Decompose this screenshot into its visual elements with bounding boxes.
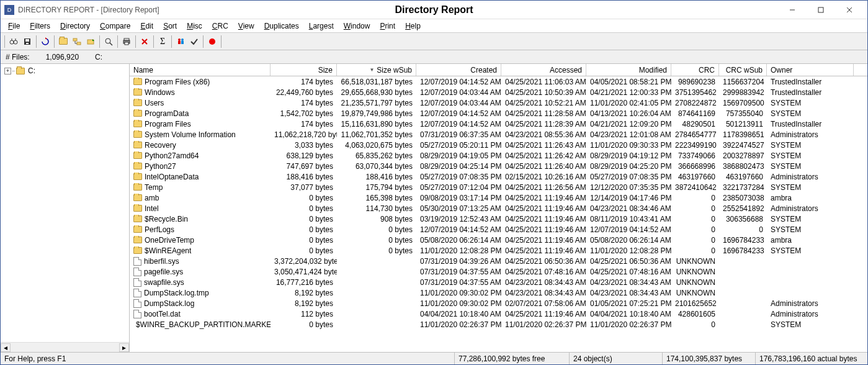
table-row[interactable]: hiberfil.sys3,372,204,032 bytes07/31/201… — [130, 256, 867, 266]
table-row[interactable]: IntelOptaneData188,416 bytes188,416 byte… — [130, 171, 867, 182]
menu-sort[interactable]: Sort — [158, 20, 182, 32]
menu-duplicates[interactable]: Duplicates — [259, 20, 304, 32]
table-row[interactable]: Python27amd64638,129 bytes65,835,262 byt… — [130, 150, 867, 161]
table-row[interactable]: Windows22,449,760 bytes29,655,668,930 by… — [130, 87, 867, 97]
cell-crcsub: 3868802473 — [719, 162, 767, 171]
refresh-icon[interactable] — [39, 35, 51, 48]
table-row[interactable]: $WinREAgent0 bytes0 bytes11/01/2020 12:0… — [130, 245, 867, 256]
column-header-owner[interactable]: Owner — [767, 64, 854, 76]
menu-crc[interactable]: CRC — [207, 20, 233, 32]
column-header-created[interactable]: Created — [416, 64, 501, 76]
column-header-accessed[interactable]: Accessed — [501, 64, 586, 76]
row-name-text: hiberfil.sys — [144, 257, 179, 266]
menu-directory[interactable]: Directory — [55, 20, 95, 32]
cell-created: 08/29/2019 04:19:05 PM — [416, 151, 501, 160]
svg-rect-1 — [818, 7, 823, 12]
tree-pane[interactable]: + C: ◂ ▸ — [1, 64, 130, 352]
folder-browse-icon[interactable] — [84, 35, 97, 48]
cell-name: Program Files (x86) — [130, 78, 271, 86]
table-row[interactable]: bootTel.dat112 bytes04/04/2021 10:18:40 … — [130, 309, 867, 319]
tree-horizontal-scrollbar[interactable]: ◂ ▸ — [1, 342, 129, 352]
menu-compare[interactable]: Compare — [95, 20, 135, 32]
cell-crc: 3872410642 — [671, 183, 719, 192]
column-header-modified[interactable]: Modified — [586, 64, 671, 76]
minimize-button[interactable] — [778, 1, 807, 19]
table-row[interactable]: Intel0 bytes114,730 bytes05/30/2019 07:1… — [130, 203, 867, 214]
cell-size: 0 bytes — [271, 246, 337, 255]
cell-crcsub: 2003278897 — [719, 151, 767, 160]
table-row[interactable]: amb0 bytes165,398 bytes09/08/2019 03:17:… — [130, 192, 867, 203]
menu-help[interactable]: Help — [400, 20, 426, 32]
scroll-right-icon[interactable]: ▸ — [119, 343, 129, 352]
table-row[interactable]: ProgramData1,542,702 bytes19,879,749,986… — [130, 108, 867, 119]
delete-icon[interactable] — [138, 35, 151, 48]
binoculars-icon[interactable] — [7, 35, 20, 48]
column-header-crc[interactable]: CRC — [671, 64, 719, 76]
table-row[interactable]: $WINRE_BACKUP_PARTITION.MARKER0 bytes11/… — [130, 319, 867, 330]
table-row[interactable]: System Volume Information11,062,218,720 … — [130, 129, 867, 140]
print-icon[interactable] — [120, 35, 133, 48]
cell-created: 12/07/2019 04:03:44 AM — [416, 99, 501, 107]
menu-file[interactable]: File — [3, 20, 25, 32]
save-icon[interactable] — [21, 35, 34, 48]
cell-name: pagefile.sys — [130, 268, 271, 276]
check-icon[interactable] — [188, 35, 200, 48]
menu-largest[interactable]: Largest — [304, 20, 339, 32]
table-row[interactable]: Program Files (x86)174 bytes66,518,031,1… — [130, 76, 867, 87]
cell-crcsub: 2552541892 — [719, 204, 767, 213]
expand-icon[interactable]: + — [4, 68, 11, 74]
cell-size: 638,129 bytes — [271, 151, 337, 160]
table-row[interactable]: Users174 bytes21,235,571,797 bytes12/07/… — [130, 97, 867, 108]
search-icon[interactable] — [102, 35, 115, 48]
table-row[interactable]: PerfLogs0 bytes0 bytes12/07/2019 04:14:5… — [130, 224, 867, 235]
row-name-text: amb — [145, 194, 159, 202]
menu-print[interactable]: Print — [375, 20, 400, 32]
cell-sizesub: 175,794 bytes — [337, 183, 416, 192]
menu-edit[interactable]: Edit — [135, 20, 158, 32]
row-name-text: bootTel.dat — [144, 310, 181, 318]
table-row[interactable]: pagefile.sys3,050,471,424 bytes07/31/201… — [130, 266, 867, 277]
column-header-name[interactable]: Name — [130, 64, 271, 76]
cell-modified: 04/23/2021 12:01:08 AM — [586, 130, 671, 139]
table-row[interactable]: Program Files174 bytes15,116,631,890 byt… — [130, 119, 867, 129]
folder-icon — [133, 205, 142, 212]
tree-root-node[interactable]: + C: — [4, 66, 125, 75]
duplicates-icon[interactable] — [174, 35, 187, 48]
cell-size: 0 bytes — [271, 225, 337, 234]
table-row[interactable]: DumpStack.log.tmp8,192 bytes11/01/2020 0… — [130, 287, 867, 298]
table-row[interactable]: Recovery3,033 bytes4,063,020,675 bytes05… — [130, 140, 867, 150]
scroll-left-icon[interactable]: ◂ — [1, 343, 11, 352]
table-row[interactable]: Temp37,077 bytes175,794 bytes05/27/2019 … — [130, 182, 867, 192]
maximize-button[interactable] — [807, 1, 835, 19]
sigma-icon[interactable]: Σ — [156, 35, 169, 48]
svg-rect-10 — [26, 43, 29, 44]
column-header-size-wsub[interactable]: ▼Size wSub — [337, 64, 416, 76]
record-icon[interactable] — [206, 35, 218, 48]
table-row[interactable]: OneDriveTemp0 bytes0 bytes05/08/2020 06:… — [130, 235, 867, 245]
list-body[interactable]: Program Files (x86)174 bytes66,518,031,1… — [130, 76, 867, 352]
cell-crcsub: 1696784233 — [719, 246, 767, 255]
cell-owner: ambra — [767, 194, 854, 202]
column-header-size[interactable]: Size — [271, 64, 337, 76]
cell-created: 12/07/2019 04:14:52 AM — [416, 109, 501, 118]
table-row[interactable]: $Recycle.Bin0 bytes908 bytes03/19/2019 1… — [130, 214, 867, 224]
cell-crc: 48290501 — [671, 120, 719, 128]
svg-point-27 — [181, 38, 184, 41]
table-row[interactable]: Python27747,697 bytes63,070,344 bytes08/… — [130, 161, 867, 171]
folder-open-icon[interactable] — [57, 35, 69, 48]
menu-view[interactable]: View — [233, 20, 259, 32]
cell-size: 1,542,702 bytes — [271, 109, 337, 118]
close-button[interactable] — [835, 1, 864, 19]
table-row[interactable]: DumpStack.log8,192 bytes11/01/2020 09:30… — [130, 298, 867, 309]
menu-filters[interactable]: Filters — [25, 20, 55, 32]
table-row[interactable]: swapfile.sys16,777,216 bytes07/31/2019 0… — [130, 277, 867, 287]
menu-misc[interactable]: Misc — [182, 20, 207, 32]
column-header-crc-wsub[interactable]: CRC wSub — [719, 64, 767, 76]
list-pane: NameSize▼Size wSubCreatedAccessedModifie… — [130, 64, 867, 352]
file-icon — [133, 257, 141, 266]
row-name-text: OneDriveTemp — [145, 236, 194, 245]
files-label: # Files: — [6, 53, 30, 61]
cell-crc: UNKNOWN — [671, 268, 719, 276]
folder-tree-icon[interactable] — [71, 35, 83, 48]
menu-window[interactable]: Window — [339, 20, 375, 32]
